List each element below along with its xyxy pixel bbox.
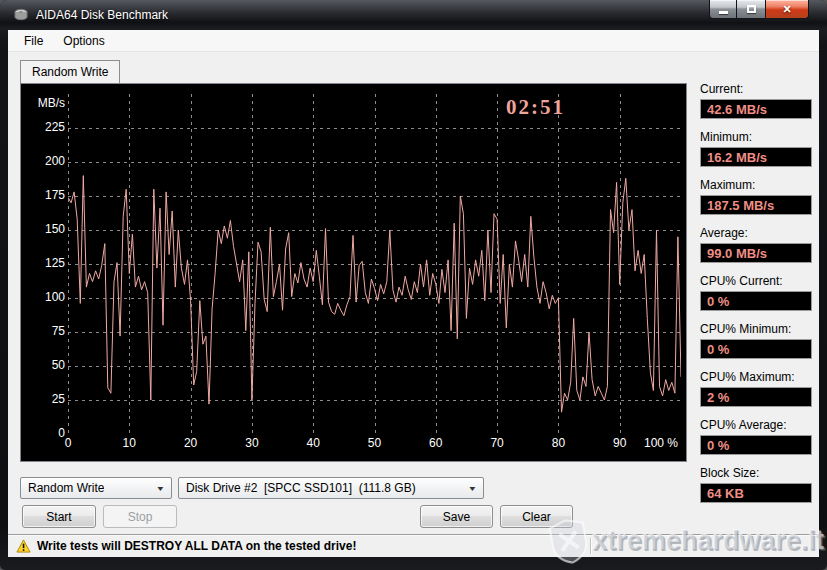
chart-canvas (68, 94, 681, 434)
warning-text: Write tests will DESTROY ALL DATA on the… (37, 539, 356, 553)
drive-select[interactable]: Disk Drive #2 [SPCC SSD101] (111.8 GB) ▼ (178, 477, 484, 499)
drive-select-value: Disk Drive #2 [SPCC SSD101] (111.8 GB) (186, 481, 416, 495)
clear-button[interactable]: Clear (500, 505, 573, 528)
test-type-value: Random Write (28, 481, 104, 495)
x-tick-label: 60 (411, 436, 461, 450)
close-icon: ✕ (782, 3, 791, 16)
maximize-button[interactable] (737, 0, 765, 19)
menu-options[interactable]: Options (55, 30, 112, 52)
stat-cpu-current: CPU% Current: 0 % (700, 274, 812, 311)
stat-label: CPU% Minimum: (700, 322, 812, 336)
statusbar-divider (590, 538, 592, 554)
stat-cpu-maximum: CPU% Maximum: 2 % (700, 370, 812, 407)
y-tick-label: 125 (25, 256, 65, 270)
stat-label: Minimum: (700, 130, 812, 144)
chevron-down-icon: ▼ (156, 485, 166, 492)
stat-label: Average: (700, 226, 812, 240)
chart-plot-area: 02:51 (68, 94, 681, 434)
status-bar: Write tests will DESTROY ALL DATA on the… (8, 534, 819, 557)
stat-current: Current: 42.6 MB/s (700, 82, 812, 119)
caption-buttons: ✕ (709, 0, 809, 19)
elapsed-time: 02:51 (506, 95, 565, 120)
stat-value: 99.0 MB/s (700, 243, 812, 263)
tab-random-write[interactable]: Random Write (20, 60, 120, 83)
x-tick-label: 100 % (644, 436, 694, 450)
y-tick-label: 225 (25, 120, 65, 134)
y-axis-unit: MB/s (25, 96, 65, 110)
stat-block-size: Block Size: 64 KB (700, 466, 812, 503)
save-button[interactable]: Save (420, 505, 493, 528)
benchmark-chart: 02:51 MB/s0255075100125150175200225 0102… (20, 83, 687, 462)
x-tick-label: 80 (533, 436, 583, 450)
stat-value: 187.5 MB/s (700, 195, 812, 215)
stat-value: 2 % (700, 387, 812, 407)
x-tick-label: 20 (166, 436, 216, 450)
minimize-icon (719, 11, 728, 14)
stat-value: 0 % (700, 435, 812, 455)
y-tick-label: 200 (25, 154, 65, 168)
x-tick-label: 10 (104, 436, 154, 450)
chevron-down-icon: ▼ (468, 485, 478, 492)
stat-value: 42.6 MB/s (700, 99, 812, 119)
x-tick-label: 50 (350, 436, 400, 450)
y-tick-label: 175 (25, 188, 65, 202)
maximize-icon (747, 5, 756, 13)
y-tick-label: 150 (25, 222, 65, 236)
x-tick-label: 40 (288, 436, 338, 450)
app-window: AIDA64 Disk Benchmark ✕ File Options Ran… (0, 0, 827, 570)
x-axis-labels: 0102030405060708090100 % (21, 436, 686, 452)
stat-label: Block Size: (700, 466, 812, 480)
y-tick-label: 25 (25, 392, 65, 406)
stat-minimum: Minimum: 16.2 MB/s (700, 130, 812, 167)
stat-maximum: Maximum: 187.5 MB/s (700, 178, 812, 215)
window-title: AIDA64 Disk Benchmark (36, 8, 168, 22)
stat-value: 16.2 MB/s (700, 147, 812, 167)
stat-cpu-average: CPU% Average: 0 % (700, 418, 812, 455)
warning-icon (16, 539, 31, 553)
stat-label: CPU% Current: (700, 274, 812, 288)
y-tick-label: 75 (25, 324, 65, 338)
stat-value: 64 KB (700, 483, 812, 503)
app-icon (13, 7, 29, 23)
close-button[interactable]: ✕ (765, 0, 809, 19)
start-button[interactable]: Start (22, 505, 96, 528)
title-bar[interactable]: AIDA64 Disk Benchmark ✕ (0, 0, 827, 30)
x-tick-label: 30 (227, 436, 277, 450)
stats-panel: Current: 42.6 MB/s Minimum: 16.2 MB/s Ma… (700, 82, 812, 514)
stat-value: 0 % (700, 339, 812, 359)
y-axis-labels: MB/s0255075100125150175200225 (25, 84, 65, 461)
y-tick-label: 50 (25, 358, 65, 372)
stat-average: Average: 99.0 MB/s (700, 226, 812, 263)
stat-value: 0 % (700, 291, 812, 311)
stat-cpu-minimum: CPU% Minimum: 0 % (700, 322, 812, 359)
menu-bar: File Options (8, 30, 819, 52)
test-type-select[interactable]: Random Write ▼ (20, 477, 172, 499)
menu-file[interactable]: File (16, 30, 51, 52)
stat-label: Maximum: (700, 178, 812, 192)
stat-label: Current: (700, 82, 812, 96)
minimize-button[interactable] (709, 0, 737, 19)
stat-label: CPU% Average: (700, 418, 812, 432)
y-tick-label: 100 (25, 290, 65, 304)
x-tick-label: 90 (595, 436, 645, 450)
x-tick-label: 0 (43, 436, 93, 450)
stop-button[interactable]: Stop (103, 505, 177, 528)
stat-label: CPU% Maximum: (700, 370, 812, 384)
client-area: File Options Random Write 02:51 MB/s0255… (8, 30, 819, 557)
x-tick-label: 70 (472, 436, 522, 450)
